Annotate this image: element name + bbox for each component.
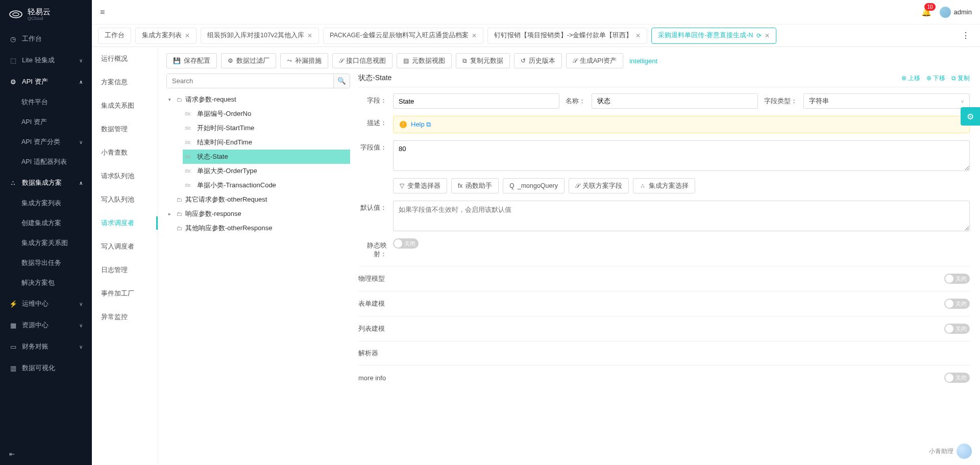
secnav-writescheduler[interactable]: 写入调度者: [92, 235, 158, 258]
nav-ops[interactable]: ⚡运维中心∨: [0, 293, 92, 314]
menu-collapse-button[interactable]: ≡: [100, 8, 105, 17]
bolt-icon: ⚡: [9, 300, 17, 308]
user-menu[interactable]: admin: [940, 7, 972, 18]
secnav-writepool[interactable]: 写入队列池: [92, 188, 158, 211]
assistant-widget[interactable]: 小青助理: [929, 444, 972, 459]
plan-select-button[interactable]: ⛬集成方案选择: [633, 178, 695, 193]
tree-item[interactable]: Str.单据大类-OrderType: [183, 164, 350, 178]
move-down-button[interactable]: ⊕下移: [926, 74, 945, 83]
string-icon: Str.: [185, 183, 194, 188]
tree-item[interactable]: Str.单据小类-TransactionCode: [183, 178, 350, 192]
staticmap-toggle[interactable]: 关闭: [393, 238, 419, 249]
nav-workbench[interactable]: ◷工作台: [0, 28, 92, 50]
query-icon: Q: [509, 182, 514, 189]
secnav-exception[interactable]: 异常监控: [92, 305, 158, 329]
section-list-model[interactable]: 列表建模 关闭: [358, 316, 970, 341]
patch-button[interactable]: ⤳补漏措施: [280, 53, 328, 68]
secnav-reqscheduler[interactable]: 请求调度者: [92, 211, 158, 235]
copy-button[interactable]: ⧉复制: [951, 74, 970, 83]
tree-item[interactable]: Str.开始时间-StartTime: [183, 121, 350, 135]
form-model-toggle[interactable]: 关闭: [944, 299, 970, 309]
tab-3[interactable]: 组装拆卸入库对接107v2其他入库✕: [201, 28, 319, 44]
history-button[interactable]: ↺历史版本: [514, 53, 562, 68]
secnav-reqpool[interactable]: 请求队列池: [92, 164, 158, 188]
moreinfo-toggle[interactable]: 关闭: [944, 373, 970, 383]
value-textarea[interactable]: 80: [393, 140, 970, 171]
tree-item[interactable]: Str.单据编号-OrderNo: [183, 107, 350, 121]
card-icon: ▭: [9, 343, 17, 351]
nav-integration[interactable]: ⛬数据集成方案∧: [0, 172, 92, 193]
section-parser[interactable]: 解析器: [358, 341, 970, 365]
tree-other-response[interactable]: 🗀其他响应参数-otherResponse: [166, 221, 350, 235]
secnav-log[interactable]: 日志管理: [92, 258, 158, 282]
close-icon[interactable]: ✕: [635, 32, 641, 39]
metaview-button[interactable]: ▤元数据视图: [397, 53, 452, 68]
nav-software-platform[interactable]: 软件平台: [21, 92, 92, 112]
intelligent-link[interactable]: intelligent: [629, 57, 657, 65]
list-model-toggle[interactable]: 关闭: [944, 324, 970, 334]
settings-float-button[interactable]: ⚙: [961, 107, 980, 126]
tab-4[interactable]: PACKAGE-金蝶云星辰物料写入旺店通货品档案✕: [323, 28, 483, 44]
save-button[interactable]: 💾保存配置: [166, 53, 217, 68]
tab-5[interactable]: 钉钉报销【项目报销类】->金蝶付款单【班西】✕: [487, 28, 647, 44]
copymeta-button[interactable]: ⧉复制元数据: [456, 53, 510, 68]
tree-response[interactable]: ▸🗀响应参数-response: [166, 207, 350, 221]
tree-request[interactable]: ▾🗀请求参数-request: [166, 92, 350, 107]
nav-solution-pkg[interactable]: 解决方案包: [21, 273, 92, 293]
search-input[interactable]: [167, 74, 333, 88]
tab-plan-list[interactable]: 集成方案列表✕: [135, 28, 197, 44]
nav-export[interactable]: 数据导出任务: [21, 253, 92, 273]
nav-api-asset[interactable]: ⚙API 资产∧: [0, 71, 92, 92]
close-icon[interactable]: ✕: [765, 32, 770, 39]
secnav-query[interactable]: 小青查数: [92, 141, 158, 164]
section-physical-model[interactable]: 物理模型 关闭: [358, 266, 970, 291]
info-icon: !: [400, 121, 407, 128]
save-icon: 💾: [173, 57, 181, 64]
secnav-data[interactable]: 数据管理: [92, 117, 158, 141]
close-icon[interactable]: ✕: [472, 32, 477, 39]
help-link[interactable]: Help ⧉: [411, 120, 431, 129]
secnav-overview[interactable]: 运行概况: [92, 47, 158, 70]
nav-api-category[interactable]: API 资产分类∨: [21, 132, 92, 152]
type-select[interactable]: 字符串∨: [803, 93, 970, 109]
default-textarea[interactable]: [393, 201, 970, 231]
apiview-button[interactable]: 𝒮接口信息视图: [332, 53, 393, 68]
nav-visual[interactable]: ▥数据可视化: [0, 357, 92, 379]
secnav-event[interactable]: 事件加工厂: [92, 282, 158, 305]
name-input[interactable]: [592, 93, 758, 109]
nav-plan-list[interactable]: 集成方案列表: [21, 193, 92, 213]
notifications-button[interactable]: 🔔 10: [921, 7, 932, 17]
nav-lite[interactable]: ⬚Lite 轻集成∨: [0, 50, 92, 71]
tabs-more-button[interactable]: ⋮: [958, 31, 974, 40]
tree-item-selected[interactable]: Str.状态-State: [183, 150, 350, 164]
nav-plan-diagram[interactable]: 集成方案关系图: [21, 233, 92, 253]
var-selector-button[interactable]: ▽变量选择器: [393, 178, 447, 193]
secnav-info[interactable]: 方案信息: [92, 70, 158, 94]
section-more-info[interactable]: more info 关闭: [358, 365, 970, 390]
filter-button[interactable]: ⚙数据过滤厂: [221, 53, 276, 68]
nav-api-adapter[interactable]: API 适配器列表: [21, 152, 92, 172]
move-up-button[interactable]: ⊕上移: [901, 74, 920, 83]
chevron-down-icon: ∨: [79, 139, 83, 145]
nav-resource[interactable]: ▦资源中心∨: [0, 314, 92, 336]
mongo-query-button[interactable]: Q_mongoQuery: [503, 178, 565, 193]
close-icon[interactable]: ✕: [185, 32, 190, 39]
relation-field-button[interactable]: 𝒮关联方案字段: [569, 178, 629, 193]
nav-plan-create[interactable]: 创建集成方案: [21, 213, 92, 233]
section-form-model[interactable]: 表单建模 关闭: [358, 291, 970, 316]
search-button[interactable]: 🔍: [333, 74, 350, 88]
tab-active[interactable]: 采购退料单回传-赛意直接生成-N⟳✕: [651, 28, 776, 44]
secnav-relation[interactable]: 集成关系图: [92, 94, 158, 117]
close-icon[interactable]: ✕: [307, 32, 312, 39]
genapi-button[interactable]: 𝒮生成API资产: [566, 53, 623, 68]
tab-workbench[interactable]: 工作台: [98, 28, 131, 44]
nav-api-asset-sub[interactable]: API 资产: [21, 112, 92, 132]
reload-icon[interactable]: ⟳: [756, 32, 762, 39]
nav-finance[interactable]: ▭财务对账∨: [0, 336, 92, 357]
fx-helper-button[interactable]: fx函数助手: [451, 178, 499, 193]
physical-model-toggle[interactable]: 关闭: [944, 274, 970, 284]
tree-other-request[interactable]: 🗀其它请求参数-otherRequest: [166, 192, 350, 207]
field-input[interactable]: [393, 93, 559, 109]
tree-item[interactable]: Str.结束时间-EndTime: [183, 135, 350, 150]
sidebar-collapse[interactable]: ⇤: [0, 443, 92, 465]
